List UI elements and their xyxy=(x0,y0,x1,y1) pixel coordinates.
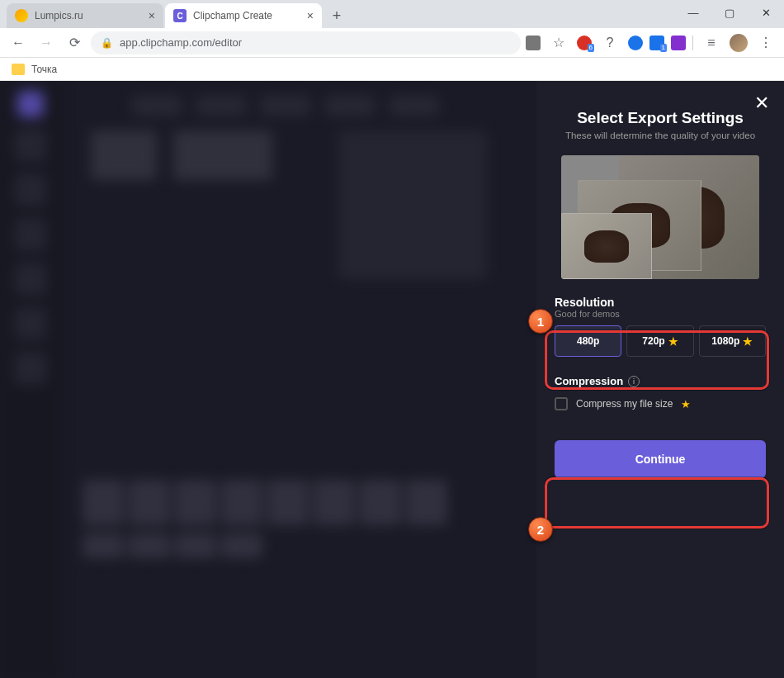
panel-title: Select Export Settings xyxy=(555,109,766,127)
ext-icon[interactable] xyxy=(671,36,686,50)
ext-icon[interactable]: 1 xyxy=(649,36,664,50)
star-icon: ★ xyxy=(668,335,678,348)
app-content: ✕ Select Export Settings These will dete… xyxy=(0,81,784,678)
tab-clipchamp[interactable]: C Clipchamp Create × xyxy=(165,3,322,28)
info-icon[interactable]: i xyxy=(628,376,640,387)
close-icon[interactable]: × xyxy=(307,9,314,22)
bookmark-item[interactable]: Точка xyxy=(31,64,57,75)
playlist-icon[interactable]: ≡ xyxy=(700,36,723,50)
tab-title: Clipchamp Create xyxy=(193,10,272,21)
star-icon: ★ xyxy=(743,335,753,348)
close-icon[interactable]: ✕ xyxy=(754,92,769,114)
folder-icon xyxy=(12,64,25,75)
ext-icon[interactable]: 6 xyxy=(577,36,592,50)
window-controls: — ▢ ✕ xyxy=(675,0,784,25)
ext-icon[interactable] xyxy=(628,36,643,50)
compress-checkbox-row[interactable]: Compress my file size ★ xyxy=(555,397,766,410)
new-tab-button[interactable]: + xyxy=(327,6,347,26)
avatar[interactable] xyxy=(730,34,748,52)
browser-tab-bar: Lumpics.ru × C Clipchamp Create × + — ▢ … xyxy=(0,0,784,28)
compress-label: Compress my file size xyxy=(576,398,673,410)
url-input[interactable]: 🔒 app.clipchamp.com/editor xyxy=(91,31,521,55)
annotation-marker-1: 1 xyxy=(528,309,553,334)
minimize-button[interactable]: — xyxy=(675,0,711,25)
tab-title: Lumpics.ru xyxy=(35,10,83,21)
favicon-clipchamp: C xyxy=(173,9,187,22)
resolution-hint: Good for demos xyxy=(555,309,766,319)
lock-icon: 🔒 xyxy=(101,37,113,49)
star-icon[interactable]: ☆ xyxy=(547,35,570,50)
close-icon[interactable]: × xyxy=(149,9,155,22)
maximize-button[interactable]: ▢ xyxy=(711,0,748,25)
translate-icon[interactable] xyxy=(526,36,541,50)
close-window-button[interactable]: ✕ xyxy=(748,0,784,25)
panel-subtitle: These will determine the quality of your… xyxy=(555,130,766,140)
favicon-lumpics xyxy=(15,9,28,22)
menu-icon[interactable]: ⋮ xyxy=(754,35,777,50)
reload-button[interactable]: ⟳ xyxy=(63,35,86,50)
annotation-marker-2: 2 xyxy=(528,517,553,542)
continue-button[interactable]: Continue xyxy=(555,440,766,478)
star-icon: ★ xyxy=(681,398,691,410)
checkbox-icon[interactable] xyxy=(555,397,568,410)
resolution-720p[interactable]: 720p★ xyxy=(626,325,693,357)
forward-button[interactable]: → xyxy=(35,36,58,50)
preview-thumbnails xyxy=(561,155,759,279)
tab-lumpics[interactable]: Lumpics.ru × xyxy=(7,3,163,28)
resolution-options: 480p 720p★ 1080p★ xyxy=(555,325,766,357)
resolution-480p[interactable]: 480p xyxy=(555,325,621,357)
extensions: ☆ 6 ? 1 ≡ ⋮ xyxy=(526,34,777,52)
resolution-1080p[interactable]: 1080p★ xyxy=(699,325,766,357)
compression-section: Compression i Compress my file size ★ xyxy=(555,375,766,410)
back-button[interactable]: ← xyxy=(7,36,30,50)
compression-label: Compression xyxy=(555,375,623,387)
help-icon[interactable]: ? xyxy=(598,36,621,50)
bookmark-bar: Точка xyxy=(0,58,784,81)
url-text: app.clipchamp.com/editor xyxy=(120,36,242,49)
address-bar: ← → ⟳ 🔒 app.clipchamp.com/editor ☆ 6 ? 1… xyxy=(0,28,784,58)
resolution-label: Resolution xyxy=(555,296,766,309)
export-panel: ✕ Select Export Settings These will dete… xyxy=(536,81,784,678)
